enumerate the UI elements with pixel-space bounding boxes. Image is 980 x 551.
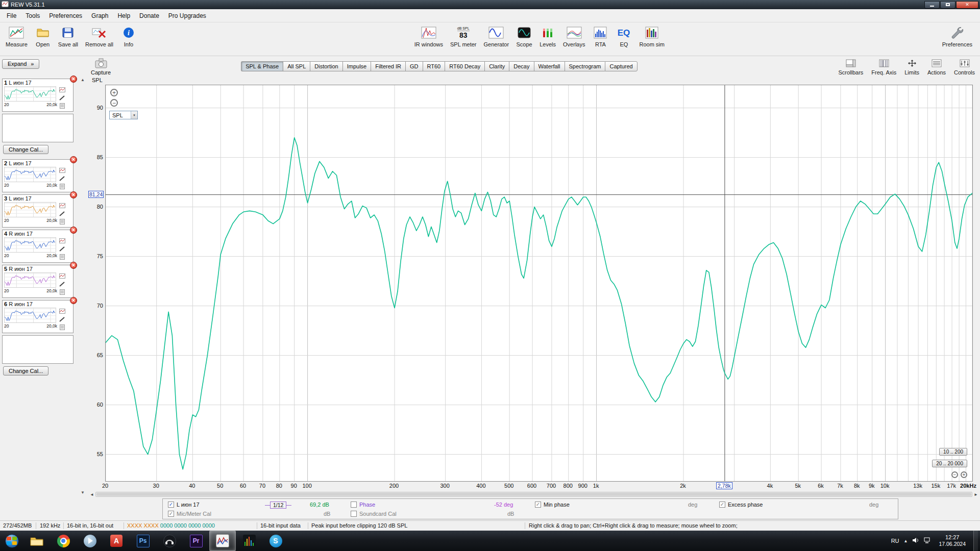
capture-button[interactable]: Capture	[91, 58, 111, 76]
toolbar-scope-button[interactable]: Scope	[512, 23, 536, 49]
taskbar-goldwave-icon[interactable]	[236, 531, 262, 551]
excess-phase-toggle[interactable]: Excess phase	[719, 502, 763, 508]
measurement-item-5[interactable]: ✕ 5R июн 17 20 20,0k	[2, 265, 74, 298]
tab-clarity[interactable]: Clarity	[484, 61, 509, 71]
toolbar-room-sim-button[interactable]: Room sim	[635, 23, 668, 49]
scroll-up-icon[interactable]: ▲	[81, 78, 85, 82]
actions-button[interactable]: Actions	[927, 59, 946, 76]
tab-rt60-decay[interactable]: RT60 Decay	[445, 61, 484, 71]
tab-spl-phase[interactable]: SPL & Phase	[241, 61, 283, 71]
tab-distortion[interactable]: Distortion	[310, 61, 342, 71]
tab-gd[interactable]: GD	[405, 61, 423, 71]
notes-icon[interactable]	[60, 254, 65, 261]
notes-icon[interactable]	[60, 184, 65, 191]
measurement-item-1[interactable]: ✕ 1L июн 17 20 20,0k	[2, 79, 74, 112]
network-icon[interactable]	[924, 537, 931, 544]
freq-axis-button[interactable]: Freq. Axis	[871, 59, 896, 76]
trace-info-icon[interactable]	[59, 167, 65, 174]
menu-donate[interactable]: Donate	[135, 10, 164, 21]
taskbar-skype-icon[interactable]: S	[262, 531, 289, 551]
scrollbar-thumb[interactable]	[96, 493, 971, 496]
measurement-item-4[interactable]: ✕ 4R июн 17 20 20,0k	[2, 230, 74, 263]
chart-h-scrollbar[interactable]: ◄ ►	[88, 491, 980, 498]
close-button[interactable]: ✕	[956, 1, 978, 9]
minimize-button[interactable]	[924, 1, 940, 9]
min-phase-toggle[interactable]: Min phase	[535, 502, 570, 508]
measurement-item-2[interactable]: ✕ 2L июн 17 20 20,0k	[2, 159, 74, 192]
scrollbar-track[interactable]	[95, 492, 972, 497]
trace-toggle[interactable]: L июн 17	[168, 502, 200, 508]
taskbar-rew-icon[interactable]	[209, 531, 236, 551]
clock[interactable]: 12:27 17.06.2024	[936, 534, 969, 548]
pencil-icon[interactable]	[59, 211, 65, 218]
trace-info-icon[interactable]	[59, 308, 65, 315]
notes-icon[interactable]	[60, 219, 65, 226]
toolbar-measure-button[interactable]: Measure	[2, 23, 31, 49]
toolbar-open-button[interactable]: Open	[31, 23, 55, 49]
taskbar-audio-player-icon[interactable]	[156, 531, 183, 551]
change-cal-button[interactable]: Change Cal...	[3, 366, 48, 375]
scroll-down-icon[interactable]: ▼	[81, 490, 85, 495]
toolbar-remove-all-button[interactable]: Remove all	[82, 23, 117, 49]
pencil-icon[interactable]	[59, 281, 65, 288]
menu-preferences[interactable]: Preferences	[44, 10, 87, 21]
menu-tools[interactable]: Tools	[21, 10, 44, 21]
tab-rt60[interactable]: RT60	[423, 61, 445, 71]
smoothing-value[interactable]: 1/12	[270, 502, 286, 509]
menu-file[interactable]: File	[2, 10, 21, 21]
notes-icon[interactable]	[60, 324, 65, 332]
remove-measurement-button[interactable]: ✕	[70, 156, 77, 163]
toolbar-spl-meter-button[interactable]: dB SPL83SPL meter	[447, 23, 480, 49]
scrollbars-button[interactable]: Scrollbars	[838, 59, 863, 76]
plot-area[interactable]: + − SPL ▼ 10 .. 200 20 .. 20 000 − +	[105, 85, 973, 482]
toolbar-eq-button[interactable]: EQEQ	[612, 23, 635, 49]
maximize-button[interactable]	[940, 1, 955, 9]
zoom-in-button[interactable]: +	[110, 89, 118, 96]
measurement-notes-box[interactable]	[2, 114, 74, 142]
limits-button[interactable]: Limits	[904, 59, 919, 76]
change-cal-button[interactable]: Change Cal...	[3, 145, 48, 154]
tab-all-spl[interactable]: All SPL	[283, 61, 310, 71]
x-zoom-in-button[interactable]: +	[961, 471, 967, 478]
trace-info-icon[interactable]	[59, 273, 65, 280]
min-phase-checkbox[interactable]	[535, 502, 541, 508]
toolbar-info-button[interactable]: iInfo	[117, 23, 140, 49]
tab-filtered-ir[interactable]: Filtered IR	[371, 61, 405, 71]
smoothing-control[interactable]: 1/12	[265, 502, 291, 509]
remove-measurement-button[interactable]: ✕	[70, 191, 77, 198]
pencil-icon[interactable]	[59, 176, 65, 183]
zoom-out-button[interactable]: −	[110, 99, 118, 107]
menu-pro-upgrades[interactable]: Pro Upgrades	[164, 10, 211, 21]
sidebar-scrollbar[interactable]: ▲ ▼	[80, 77, 88, 498]
soundcard-cal-checkbox[interactable]	[351, 511, 357, 517]
scroll-right-icon[interactable]: ►	[972, 492, 979, 497]
scroll-left-icon[interactable]: ◄	[88, 492, 95, 497]
start-button[interactable]	[0, 531, 23, 551]
toolbar-save-all-button[interactable]: Save all	[55, 23, 82, 49]
taskbar-chrome-icon[interactable]	[50, 531, 77, 551]
notes-icon[interactable]	[60, 289, 65, 296]
taskbar-photoshop-icon[interactable]: Ps	[130, 531, 156, 551]
toolbar-levels-button[interactable]: Levels	[536, 23, 559, 49]
measurement-notes-box[interactable]	[2, 335, 74, 364]
phase-toggle[interactable]: Phase	[351, 502, 375, 508]
measurement-item-3[interactable]: ✕ 3L июн 17 20 20,0k	[2, 194, 74, 228]
trace-type-dropdown[interactable]: SPL ▼	[109, 111, 138, 119]
tab-waterfall[interactable]: Waterfall	[534, 61, 565, 71]
notes-icon[interactable]	[60, 103, 65, 110]
trace-checkbox[interactable]	[168, 502, 174, 508]
range-button-20-20000[interactable]: 20 .. 20 000	[932, 460, 967, 467]
toolbar-rta-button[interactable]: RTA	[589, 23, 612, 49]
pencil-icon[interactable]	[59, 316, 65, 323]
taskbar-media-app-icon[interactable]	[77, 531, 103, 551]
hidden-icons-button[interactable]: ▲	[904, 539, 908, 543]
show-desktop-button[interactable]	[973, 531, 978, 551]
controls-button[interactable]: Controls	[954, 59, 975, 76]
trace-info-icon[interactable]	[59, 203, 65, 210]
trace-info-icon[interactable]	[59, 238, 65, 245]
excess-phase-checkbox[interactable]	[719, 502, 725, 508]
x-zoom-out-button[interactable]: −	[951, 471, 958, 478]
language-indicator[interactable]: RU	[891, 538, 899, 544]
remove-measurement-button[interactable]: ✕	[70, 297, 77, 304]
remove-measurement-button[interactable]: ✕	[70, 262, 77, 269]
